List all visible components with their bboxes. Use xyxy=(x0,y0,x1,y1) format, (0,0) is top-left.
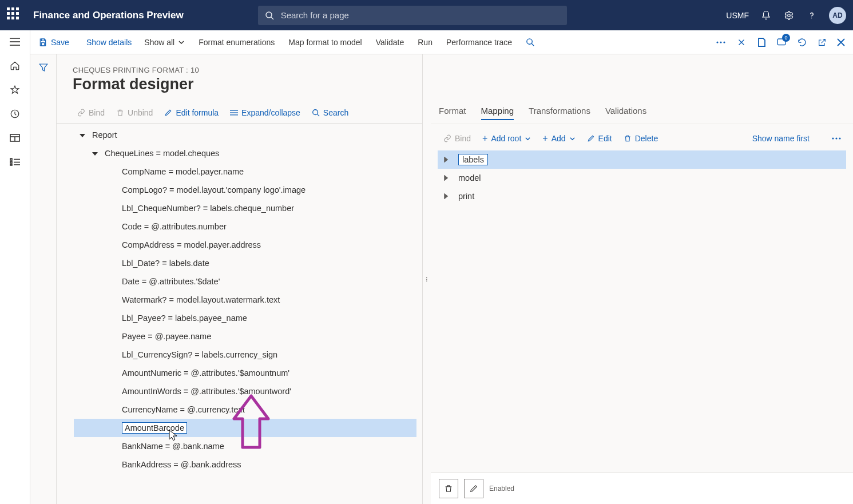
show-name-first-link[interactable]: Show name first xyxy=(748,133,814,144)
format-enumerations-button[interactable]: Format enumerations xyxy=(193,35,280,49)
datasource-node[interactable]: labels xyxy=(438,150,846,169)
tree-node[interactable]: CompAddress = model.payer.address xyxy=(74,236,416,254)
command-bar: Save Show details Show all Format enumer… xyxy=(30,30,853,54)
more-options-icon[interactable] xyxy=(716,41,726,44)
modules-list-icon[interactable] xyxy=(9,156,21,168)
rp-edit-button[interactable]: Edit xyxy=(582,133,617,144)
office-icon[interactable] xyxy=(757,37,766,47)
tree-node-label: Lbl_Date? = labels.date xyxy=(122,259,209,268)
edit-property-button[interactable] xyxy=(464,479,483,498)
favorite-star-icon[interactable] xyxy=(9,84,21,96)
tree-node-label: BankName = @.bank.name xyxy=(122,442,224,451)
tree-node[interactable]: Date = @.attributes.'$date' xyxy=(74,272,416,291)
svg-line-20 xyxy=(531,43,534,46)
datasource-node[interactable]: print xyxy=(438,187,846,205)
tree-node[interactable]: BankName = @.bank.name xyxy=(74,437,416,455)
tree-node[interactable]: Lbl_Payee? = labels.payee_name xyxy=(74,309,416,327)
avatar[interactable]: AD xyxy=(829,7,846,24)
tree-node-label: CompLogo? = model.layout.'company logo'.… xyxy=(122,185,306,195)
add-root-button[interactable]: + Add root xyxy=(478,132,535,145)
hamburger-icon[interactable] xyxy=(9,36,21,47)
tree-node[interactable]: Payee = @.payee.name xyxy=(74,327,416,346)
notification-bell-icon[interactable] xyxy=(760,10,772,21)
validate-button[interactable]: Validate xyxy=(370,35,410,49)
tree-node[interactable]: AmountNumeric = @.attributes.'$amountnum… xyxy=(74,364,416,382)
map-format-to-model-button[interactable]: Map format to model xyxy=(283,35,367,49)
expander-open-icon[interactable] xyxy=(80,132,88,138)
svg-line-31 xyxy=(317,114,319,117)
home-icon[interactable] xyxy=(9,60,21,72)
expand-collapse-button[interactable]: Expand/collapse xyxy=(225,107,305,118)
popout-icon[interactable] xyxy=(818,38,827,47)
tree-search-button[interactable]: Search xyxy=(307,107,353,118)
close-icon[interactable] xyxy=(837,38,845,46)
datasource-node-label: labels xyxy=(458,154,488,165)
tab-format[interactable]: Format xyxy=(439,106,466,120)
format-tree[interactable]: ReportChequeLines = model.chequesCompNam… xyxy=(57,123,422,504)
tree-node[interactable]: AmountInWords = @.attributes.'$amountwor… xyxy=(74,382,416,400)
plus-icon: + xyxy=(482,133,487,144)
tree-node-label: Lbl_Payee? = labels.payee_name xyxy=(122,313,247,323)
tree-node[interactable]: CompName = model.payer.name xyxy=(74,162,416,181)
workspace-tile-icon[interactable] xyxy=(9,132,21,144)
expander-closed-icon[interactable] xyxy=(443,155,451,164)
show-details-link[interactable]: Show details xyxy=(82,35,136,49)
svg-rect-18 xyxy=(41,42,44,45)
toolbar-search-icon[interactable] xyxy=(520,35,540,49)
tree-node-label: CompAddress = model.payer.address xyxy=(122,240,261,249)
search-input[interactable]: Search for a page xyxy=(258,6,567,25)
tree-node[interactable]: Lbl_CurrencySign? = labels.currency_sign xyxy=(74,346,416,364)
help-icon[interactable] xyxy=(806,10,818,21)
filter-funnel-icon[interactable] xyxy=(38,62,49,504)
tree-node[interactable]: AmountBarcode xyxy=(74,419,416,437)
tab-validations[interactable]: Validations xyxy=(605,106,646,120)
edit-formula-button[interactable]: Edit formula xyxy=(160,107,223,118)
rp-more-icon[interactable] xyxy=(827,136,846,141)
show-all-dropdown[interactable]: Show all xyxy=(138,35,191,49)
attach-icon[interactable] xyxy=(736,37,747,47)
tree-node-label: ChequeLines = model.cheques xyxy=(105,149,219,158)
tree-node-label: Watermark? = model.layout.watermark.text xyxy=(122,295,280,304)
datasource-node[interactable]: model xyxy=(438,169,846,187)
tree-node[interactable]: Report xyxy=(74,126,416,144)
save-icon xyxy=(38,38,47,47)
performance-trace-button[interactable]: Performance trace xyxy=(441,35,518,49)
tree-node-label: CurrencyName = @.currency.text xyxy=(122,405,245,414)
expander-open-icon[interactable] xyxy=(92,150,100,156)
svg-point-19 xyxy=(527,39,532,44)
messages-icon[interactable]: 0 xyxy=(776,37,787,47)
settings-gear-icon[interactable] xyxy=(783,10,795,21)
app-launcher-icon[interactable] xyxy=(7,7,23,23)
svg-rect-11 xyxy=(10,158,12,160)
link-icon xyxy=(443,134,451,142)
enabled-label: Enabled xyxy=(489,485,514,493)
tree-node-label: Report xyxy=(92,130,117,140)
expander-closed-icon[interactable] xyxy=(443,192,451,201)
refresh-icon[interactable] xyxy=(797,37,807,47)
tree-node[interactable]: BankAddress = @.bank.address xyxy=(74,455,416,474)
rp-delete-button[interactable]: Delete xyxy=(619,133,662,144)
plus-icon: + xyxy=(542,133,547,144)
delete-property-button[interactable] xyxy=(439,479,458,498)
svg-rect-17 xyxy=(41,39,44,41)
tree-node[interactable]: Lbl_Date? = labels.date xyxy=(74,254,416,272)
legal-entity-label[interactable]: USMF xyxy=(726,11,749,20)
tree-node[interactable]: ChequeLines = model.cheques xyxy=(74,144,416,162)
tree-node[interactable]: CurrencyName = @.currency.text xyxy=(74,400,416,419)
tree-node[interactable]: Code = @.attributes.number xyxy=(74,217,416,236)
tab-transformations[interactable]: Transformations xyxy=(529,106,590,120)
tree-node-label: Date = @.attributes.'$date' xyxy=(122,277,220,286)
tree-node[interactable]: CompLogo? = model.layout.'company logo'.… xyxy=(74,181,416,199)
rp-bind-button: Bind xyxy=(439,133,475,144)
chevron-down-icon xyxy=(525,136,531,142)
run-button[interactable]: Run xyxy=(412,35,438,49)
add-button[interactable]: + Add xyxy=(538,132,580,145)
datasource-tree[interactable]: labelsmodelprint xyxy=(431,148,853,208)
tab-mapping[interactable]: Mapping xyxy=(481,106,514,120)
save-button[interactable]: Save xyxy=(38,38,69,47)
recent-clock-icon[interactable] xyxy=(9,108,21,120)
pane-splitter[interactable]: ⫶ xyxy=(423,54,431,504)
tree-node[interactable]: Watermark? = model.layout.watermark.text xyxy=(74,291,416,309)
tree-node[interactable]: Lbl_ChequeNumber? = labels.cheque_number xyxy=(74,199,416,217)
expander-closed-icon[interactable] xyxy=(443,173,451,182)
